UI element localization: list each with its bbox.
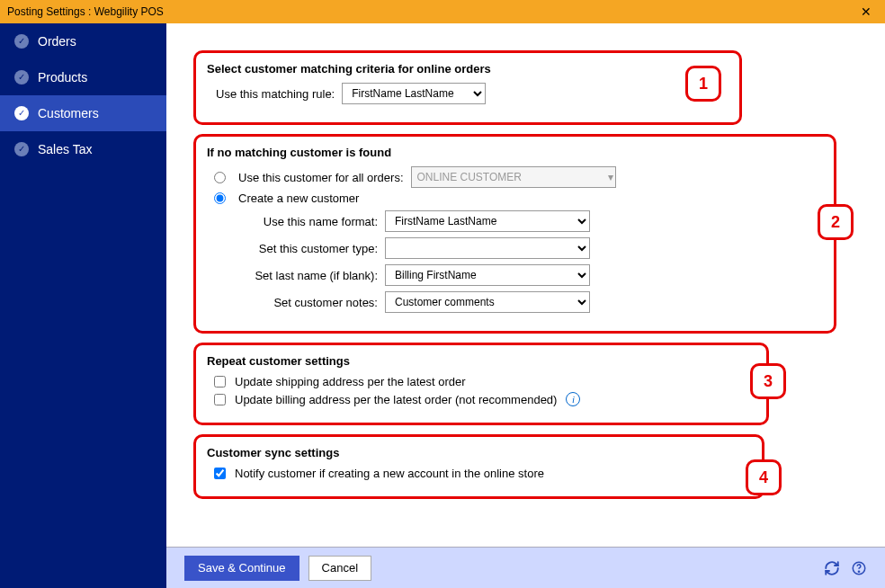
last-name-select[interactable]: Billing FirstName bbox=[385, 264, 590, 286]
customer-type-label: Set this customer type: bbox=[229, 242, 378, 255]
name-format-label: Use this name format: bbox=[229, 215, 378, 228]
sidebar-item-label: Products bbox=[38, 70, 87, 85]
info-icon[interactable]: i bbox=[566, 392, 580, 406]
cancel-button[interactable]: Cancel bbox=[308, 556, 371, 581]
matching-rule-label: Use this matching rule: bbox=[216, 87, 335, 101]
content-area: 1 Select customer matching criteria for … bbox=[166, 23, 885, 547]
checkbox-notify-customer-label: Notify customer if creating a new accoun… bbox=[235, 467, 544, 480]
sidebar-item-products[interactable]: ✓ Products bbox=[0, 59, 166, 95]
sidebar-item-orders[interactable]: ✓ Orders bbox=[0, 23, 166, 59]
radio-use-customer-all-label: Use this customer for all orders: bbox=[238, 171, 404, 184]
svg-point-1 bbox=[858, 571, 859, 572]
checkbox-update-billing[interactable] bbox=[214, 394, 226, 405]
checkbox-update-shipping[interactable] bbox=[214, 376, 226, 388]
help-icon[interactable] bbox=[851, 560, 867, 576]
sidebar-item-sales-tax[interactable]: ✓ Sales Tax bbox=[0, 131, 166, 167]
callout-badge-1: 1 bbox=[685, 66, 721, 102]
section-title: Repeat customer settings bbox=[207, 354, 755, 368]
sidebar-item-customers[interactable]: ✓ Customers bbox=[0, 95, 166, 131]
save-continue-button[interactable]: Save & Continue bbox=[184, 556, 299, 581]
check-icon: ✓ bbox=[14, 142, 29, 156]
checkbox-notify-customer[interactable] bbox=[214, 468, 226, 479]
footer-bar: Save & Continue Cancel bbox=[166, 547, 885, 588]
sidebar: ✓ Orders ✓ Products ✓ Customers ✓ Sales … bbox=[0, 23, 166, 588]
radio-create-new-customer[interactable] bbox=[214, 192, 226, 204]
callout-badge-2: 2 bbox=[818, 204, 854, 240]
section-no-matching: 2 If no matching customer is found Use t… bbox=[193, 134, 836, 334]
check-icon: ✓ bbox=[14, 106, 29, 120]
callout-badge-4: 4 bbox=[746, 459, 782, 495]
customer-notes-select[interactable]: Customer comments bbox=[385, 291, 590, 313]
chevron-down-icon: ▾ bbox=[608, 171, 613, 183]
customer-type-select[interactable] bbox=[385, 237, 590, 259]
sidebar-item-label: Sales Tax bbox=[38, 142, 92, 156]
close-icon[interactable]: ✕ bbox=[854, 4, 878, 19]
name-format-select[interactable]: FirstName LastName bbox=[385, 210, 590, 232]
section-title: If no matching customer is found bbox=[207, 146, 823, 159]
callout-badge-3: 3 bbox=[750, 363, 786, 399]
title-bar: Posting Settings : Webgility POS ✕ bbox=[0, 0, 885, 23]
sidebar-item-label: Orders bbox=[38, 34, 76, 49]
sidebar-item-label: Customers bbox=[38, 106, 99, 120]
radio-create-new-customer-label: Create a new customer bbox=[238, 192, 359, 205]
section-customer-sync: 4 Customer sync settings Notify customer… bbox=[193, 434, 764, 499]
check-icon: ✓ bbox=[14, 34, 29, 49]
radio-use-customer-all[interactable] bbox=[214, 172, 226, 183]
last-name-label: Set last name (if blank): bbox=[229, 269, 378, 282]
section-matching-criteria: 1 Select customer matching criteria for … bbox=[193, 50, 742, 125]
matching-rule-select[interactable]: FirstName LastName bbox=[342, 83, 486, 104]
refresh-icon[interactable] bbox=[824, 560, 840, 576]
customer-notes-label: Set customer notes: bbox=[229, 296, 378, 309]
section-title: Customer sync settings bbox=[207, 446, 751, 459]
section-repeat-customer: 3 Repeat customer settings Update shippi… bbox=[193, 343, 769, 425]
checkbox-update-shipping-label: Update shipping address per the latest o… bbox=[235, 375, 466, 388]
checkbox-update-billing-label: Update billing address per the latest or… bbox=[235, 393, 557, 406]
window-title: Posting Settings : Webgility POS bbox=[7, 5, 164, 18]
online-customer-select[interactable]: ONLINE CUSTOMER bbox=[417, 171, 522, 183]
section-title: Select customer matching criteria for on… bbox=[207, 62, 729, 76]
check-icon: ✓ bbox=[14, 70, 29, 85]
